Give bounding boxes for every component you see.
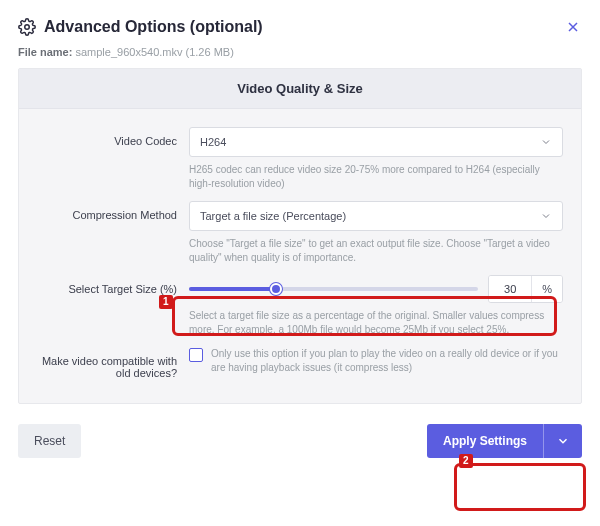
target-size-slider[interactable]: [189, 280, 478, 298]
apply-settings-dropdown[interactable]: [543, 424, 582, 458]
footer: Reset Apply Settings: [18, 424, 582, 458]
compat-checkbox[interactable]: [189, 348, 203, 362]
compat-hint: Only use this option if you plan to play…: [211, 347, 563, 375]
gear-icon: [18, 18, 36, 36]
percent-unit: %: [531, 276, 562, 302]
compression-label: Compression Method: [37, 201, 177, 221]
chevron-down-icon: [540, 210, 552, 222]
codec-value: H264: [200, 136, 226, 148]
close-button[interactable]: [564, 18, 582, 36]
advanced-options-dialog: Advanced Options (optional) File name: s…: [0, 0, 600, 474]
filename-value: sample_960x540.mkv (1.26 MB): [75, 46, 233, 58]
target-size-label: Select Target Size (%): [37, 275, 177, 295]
video-codec-select[interactable]: H264: [189, 127, 563, 157]
codec-hint: H265 codec can reduce video size 20-75% …: [189, 163, 563, 191]
apply-settings-button[interactable]: Apply Settings: [427, 424, 543, 458]
target-size-hint: Select a target file size as a percentag…: [189, 309, 563, 337]
compat-label: Make video compatible with old devices?: [37, 347, 177, 379]
panel-title: Video Quality & Size: [19, 69, 581, 109]
quality-panel: Video Quality & Size Video Codec H264 H2…: [18, 68, 582, 404]
svg-point-0: [25, 25, 30, 30]
reset-button[interactable]: Reset: [18, 424, 81, 458]
compression-value: Target a file size (Percentage): [200, 210, 346, 222]
compression-hint: Choose "Target a file size" to get an ex…: [189, 237, 563, 265]
chevron-down-icon: [556, 434, 570, 448]
compression-method-select[interactable]: Target a file size (Percentage): [189, 201, 563, 231]
file-info: File name: sample_960x540.mkv (1.26 MB): [18, 46, 582, 58]
chevron-down-icon: [540, 136, 552, 148]
dialog-title: Advanced Options (optional): [44, 18, 263, 36]
codec-label: Video Codec: [37, 127, 177, 147]
titlebar: Advanced Options (optional): [18, 18, 582, 36]
filename-label: File name:: [18, 46, 72, 58]
target-size-input[interactable]: [489, 276, 531, 302]
